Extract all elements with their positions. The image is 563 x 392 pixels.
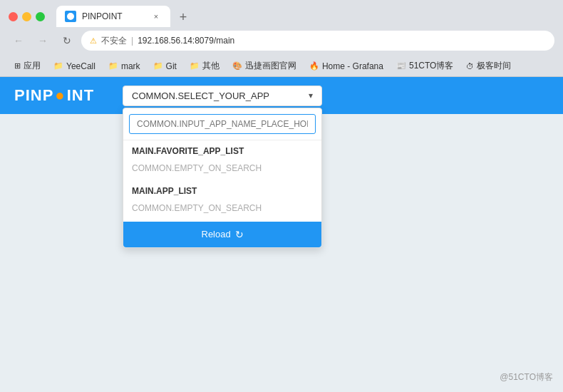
maximize-button[interactable] bbox=[36, 12, 45, 21]
folder-icon-4: 📁 bbox=[190, 61, 200, 71]
traffic-lights bbox=[9, 12, 45, 21]
bookmark-xunjie-label: 迅捷画图官网 bbox=[245, 60, 296, 72]
watermark: @51CTO博客 bbox=[500, 371, 553, 383]
address-separator: | bbox=[131, 36, 133, 46]
folder-icon-3: 📁 bbox=[153, 61, 163, 71]
favorites-section-header: MAIN.FAVORITE_APP_LIST bbox=[123, 140, 321, 159]
tabs-bar: PINPOINT × + bbox=[56, 6, 554, 27]
paint-icon: 🎨 bbox=[232, 61, 242, 71]
dropdown-panel: MAIN.FAVORITE_APP_LIST COMMON.EMPTY_ON_S… bbox=[123, 108, 322, 248]
folder-icon: 📁 bbox=[53, 61, 63, 71]
security-icon: ⚠ bbox=[90, 36, 97, 46]
close-button[interactable] bbox=[9, 12, 18, 21]
logo-dot: ● bbox=[55, 86, 65, 105]
fire-icon: 🔥 bbox=[309, 61, 319, 71]
logo-text-end: INT bbox=[67, 86, 94, 105]
bookmark-geek[interactable]: ⏱ 极客时间 bbox=[460, 58, 517, 74]
logo-text-start: PINP bbox=[14, 86, 53, 105]
bookmark-apps[interactable]: ⊞ 应用 bbox=[9, 58, 46, 74]
app-logo: PINP●INT bbox=[14, 86, 94, 105]
news-icon: 📰 bbox=[396, 61, 406, 71]
app-selector[interactable]: COMMON.SELECT_YOUR_APP ▾ bbox=[123, 86, 322, 106]
bookmark-git-label: Git bbox=[166, 61, 177, 71]
refresh-button[interactable]: ↻ bbox=[57, 31, 77, 51]
address-text: 192.168.56.14:8079/main bbox=[138, 36, 234, 46]
apps-icon: ⊞ bbox=[14, 61, 21, 71]
app-selector-wrapper: COMMON.SELECT_YOUR_APP ▾ MAIN.FAVORITE_A… bbox=[123, 86, 322, 106]
page-content: PINP●INT COMMON.SELECT_YOUR_APP ▾ MAIN.F… bbox=[0, 77, 563, 114]
bookmark-xunjie[interactable]: 🎨 迅捷画图官网 bbox=[227, 58, 302, 74]
reload-icon: ↻ bbox=[235, 229, 244, 240]
forward-button[interactable]: → bbox=[33, 31, 53, 51]
address-input[interactable]: ⚠ 不安全 | 192.168.56.14:8079/main bbox=[81, 31, 554, 51]
bookmark-mark-label: mark bbox=[121, 61, 140, 71]
applist-empty-message: COMMON.EMPTY_ON_SEARCH bbox=[123, 199, 321, 220]
applist-section-header: MAIN.APP_LIST bbox=[123, 180, 321, 199]
active-tab[interactable]: PINPOINT × bbox=[56, 6, 170, 27]
search-box-wrapper bbox=[123, 108, 321, 140]
bookmark-git[interactable]: 📁 Git bbox=[148, 59, 182, 73]
bookmark-51cto-label: 51CTO博客 bbox=[409, 60, 453, 72]
bookmark-mark[interactable]: 📁 mark bbox=[103, 59, 146, 73]
bookmark-yeecall-label: YeeCall bbox=[66, 61, 95, 71]
reload-label: Reload bbox=[202, 229, 231, 239]
bookmark-apps-label: 应用 bbox=[24, 60, 41, 72]
bookmark-geek-label: 极客时间 bbox=[477, 60, 511, 72]
tab-close-button[interactable]: × bbox=[150, 11, 162, 22]
favorites-empty-message: COMMON.EMPTY_ON_SEARCH bbox=[123, 159, 321, 180]
folder-icon-2: 📁 bbox=[108, 61, 118, 71]
bookmark-grafana[interactable]: 🔥 Home - Grafana bbox=[304, 59, 389, 73]
new-tab-button[interactable]: + bbox=[173, 7, 193, 27]
bookmark-other[interactable]: 📁 其他 bbox=[184, 58, 225, 74]
back-button[interactable]: ← bbox=[9, 31, 29, 51]
bookmark-grafana-label: Home - Grafana bbox=[322, 61, 383, 71]
tab-title: PINPOINT bbox=[82, 11, 123, 21]
clock-icon: ⏱ bbox=[466, 62, 474, 71]
bookmark-yeecall[interactable]: 📁 YeeCall bbox=[48, 59, 101, 73]
minimize-button[interactable] bbox=[22, 12, 31, 21]
selector-arrow-icon: ▾ bbox=[309, 91, 313, 100]
bookmark-other-label: 其他 bbox=[202, 60, 219, 72]
app-search-input[interactable] bbox=[129, 114, 316, 134]
bookmark-51cto[interactable]: 📰 51CTO博客 bbox=[391, 58, 459, 74]
app-header: PINP●INT COMMON.SELECT_YOUR_APP ▾ MAIN.F… bbox=[0, 77, 563, 114]
tab-favicon bbox=[65, 11, 76, 22]
reload-button[interactable]: Reload ↻ bbox=[123, 222, 321, 247]
bookmarks-bar: ⊞ 应用 📁 YeeCall 📁 mark 📁 Git 📁 其他 🎨 迅捷画图官… bbox=[0, 56, 563, 77]
address-bar: ← → ↻ ⚠ 不安全 | 192.168.56.14:8079/main bbox=[0, 27, 563, 56]
selector-text: COMMON.SELECT_YOUR_APP bbox=[132, 91, 269, 101]
security-label: 不安全 bbox=[101, 35, 127, 47]
